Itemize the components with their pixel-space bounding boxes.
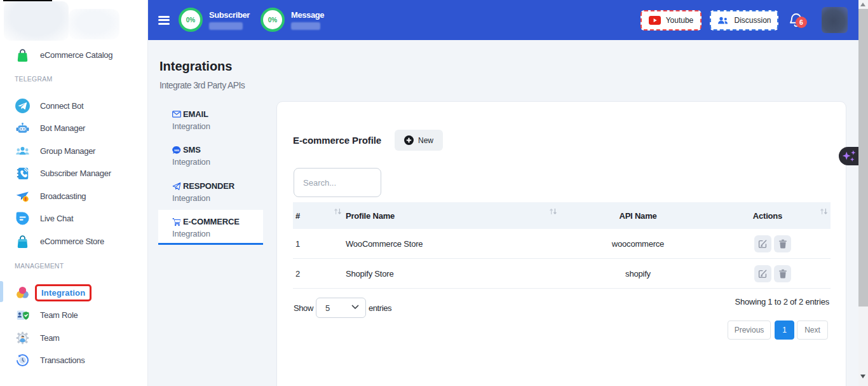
column-header-profile-name[interactable]: Profile Name <box>346 202 395 229</box>
pagination-next-button[interactable]: Next <box>797 321 828 340</box>
message-progress: 0% Message <box>261 8 324 32</box>
subscriber-stat-label: Subscriber <box>209 10 250 20</box>
page-title: Integrations <box>159 60 232 72</box>
sort-icon[interactable] <box>820 207 828 216</box>
pagination: Previous 1 Next <box>728 321 828 340</box>
entries-label: entries <box>369 303 391 313</box>
nav-item-ecommerce[interactable]: E-COMMERCE Integration <box>158 216 263 238</box>
scrollbar-thumb[interactable] <box>858 9 868 307</box>
sidebar-item-ecommerce-catalog[interactable]: eCommerce Catalog <box>15 45 144 65</box>
shopping-bag-blue-icon <box>15 233 31 249</box>
sidebar-section-telegram: TELEGRAM <box>15 75 52 83</box>
cell-api-name: woocommerce <box>581 229 695 258</box>
pagination-page-1-button[interactable]: 1 <box>775 321 794 340</box>
envelope-icon <box>172 109 181 120</box>
table-row: 2 Shopify Store shopify <box>293 259 831 289</box>
page-size-value: 5 <box>325 303 330 313</box>
column-header-actions[interactable]: Actions <box>733 202 803 229</box>
sidebar-item-live-chat[interactable]: Live Chat <box>15 208 144 228</box>
edit-button[interactable] <box>754 235 771 252</box>
sidebar-item-ecommerce-store[interactable]: eCommerce Store <box>15 231 144 251</box>
menu-toggle-icon[interactable] <box>158 16 170 25</box>
delete-button[interactable] <box>774 265 791 282</box>
sms-bubble-icon: SMS <box>172 145 181 155</box>
user-avatar[interactable] <box>822 7 848 33</box>
nav-item-subtitle: Integration <box>158 229 263 238</box>
svg-text:SMS: SMS <box>174 149 180 151</box>
sidebar-item-team-role[interactable]: Team Role <box>15 305 144 325</box>
search-input[interactable] <box>294 168 381 197</box>
send-plane-icon <box>172 181 181 191</box>
shopping-bag-green-icon <box>15 47 31 63</box>
app-logo-blurred-2 <box>69 9 119 39</box>
sidebar-item-label: Team <box>40 333 60 343</box>
users-group-icon <box>15 143 31 159</box>
table-summary: Showing 1 to 2 of 2 entries <box>735 297 829 307</box>
nav-item-email[interactable]: EMAIL Integration <box>158 109 263 131</box>
cell-num: 2 <box>295 259 300 288</box>
page-size-select[interactable]: 5 <box>316 298 366 318</box>
color-circles-icon <box>15 285 31 301</box>
column-header-num[interactable]: # <box>295 202 300 229</box>
youtube-icon <box>649 16 661 25</box>
message-progress-value: 0% <box>268 17 277 24</box>
discussion-button[interactable]: Discussion <box>710 10 778 31</box>
delete-button[interactable] <box>774 235 791 252</box>
scrollbar-up-arrow[interactable] <box>860 3 865 6</box>
sidebar-item-team[interactable]: Team <box>15 327 144 348</box>
sidebar-section-management: MANAGEMENT <box>15 262 64 270</box>
discussion-button-label: Discussion <box>734 16 771 25</box>
sidebar-item-group-manager[interactable]: Group Manager <box>15 141 144 161</box>
table-header: # Profile Name API Name Actions <box>293 202 831 229</box>
table-row: 1 WooCommerce Store woocommerce <box>293 229 831 259</box>
cell-profile-name: Shopify Store <box>346 259 393 288</box>
ecommerce-profile-card: E-commerce Profile New # Profile Name AP… <box>276 101 846 386</box>
sidebar-item-bot-manager[interactable]: Bot Manager <box>15 118 144 138</box>
nav-item-title: EMAIL <box>183 109 208 119</box>
subscriber-stat-value-blurred <box>209 22 243 30</box>
nav-item-sms[interactable]: SMS SMS Integration <box>158 144 263 167</box>
youtube-button[interactable]: Youtube <box>641 10 702 31</box>
scrollbar-down-arrow[interactable] <box>860 375 865 378</box>
new-button-label: New <box>418 136 433 145</box>
nav-item-subtitle: Integration <box>158 193 263 203</box>
new-button[interactable]: New <box>395 130 443 151</box>
sidebar-item-subscriber-manager[interactable]: Subscriber Manager <box>15 163 144 183</box>
nav-item-responder[interactable]: RESPONDER Integration <box>158 181 263 203</box>
cell-actions <box>754 229 791 258</box>
history-clock-icon <box>15 352 31 368</box>
cell-profile-name: WooCommerce Store <box>346 229 423 258</box>
sparkles-icon <box>841 149 857 164</box>
users-icon <box>717 16 729 25</box>
sidebar-item-transactions[interactable]: Transactions <box>15 350 144 370</box>
notification-count-badge[interactable]: 6 <box>796 17 807 28</box>
main-content: Integrations Integrate 3rd Party APIs EM… <box>148 40 858 386</box>
ai-assistant-button[interactable] <box>839 147 858 165</box>
integration-highlight-box: Integration <box>35 284 92 301</box>
page-subtitle: Integrate 3rd Party APIs <box>159 81 245 90</box>
nav-item-title: E-COMMERCE <box>183 217 240 226</box>
column-header-api-name[interactable]: API Name <box>581 202 695 229</box>
nav-item-subtitle: Integration <box>158 157 263 167</box>
sidebar-item-label: Transactions <box>40 355 85 365</box>
sidebar-item-integration[interactable]: Integration <box>15 282 144 303</box>
sort-icon[interactable] <box>334 207 342 216</box>
page-scrollbar[interactable] <box>858 0 868 386</box>
plus-circle-icon <box>404 135 414 145</box>
nav-item-subtitle: Integration <box>158 121 263 131</box>
sidebar: eCommerce Catalog TELEGRAM Connect Bot B… <box>0 0 148 386</box>
nav-item-title: SMS <box>183 145 201 155</box>
pagination-previous-button[interactable]: Previous <box>728 321 771 340</box>
active-item-indicator <box>0 281 3 302</box>
sort-icon[interactable] <box>549 207 557 216</box>
chat-bubble-icon <box>15 210 31 226</box>
sidebar-item-connect-bot[interactable]: Connect Bot <box>15 95 144 116</box>
sidebar-item-broadcasting[interactable]: Broadcasting <box>15 186 144 206</box>
edit-button[interactable] <box>754 265 771 282</box>
subscriber-progress-ring: 0% <box>179 8 203 32</box>
contact-book-icon <box>15 165 31 181</box>
sidebar-item-label: Broadcasting <box>40 191 86 201</box>
sidebar-item-label: Live Chat <box>40 214 73 223</box>
sidebar-item-label: Bot Manager <box>40 123 85 133</box>
topbar: 0% Subscriber 0% Message Youtube Discuss… <box>148 0 858 40</box>
